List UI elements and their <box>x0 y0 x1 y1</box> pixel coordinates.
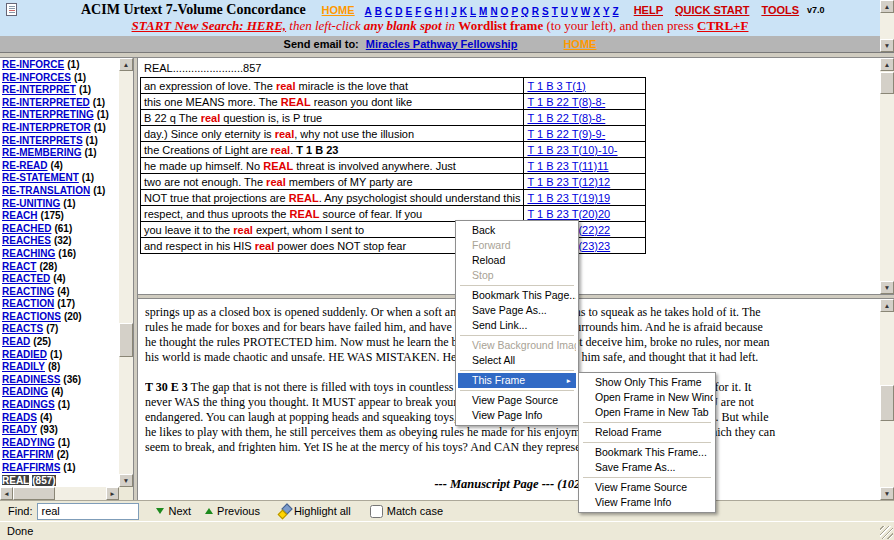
submenu-item[interactable] <box>583 442 711 443</box>
reference-link[interactable]: T 1 B 23 T(10)-10- <box>527 144 617 156</box>
wordlist-item[interactable]: RE-MEMBERING(1) <box>2 147 119 160</box>
wordlist-item[interactable]: REAL(857) <box>2 475 119 487</box>
word-link[interactable]: REACTING <box>2 286 54 297</box>
wordlist-item[interactable]: READILY(8) <box>2 361 119 374</box>
wordlist-item[interactable]: REACTION(17) <box>2 298 119 311</box>
reference-link[interactable]: T 1 B 23 T(11)11 <box>527 160 608 172</box>
find-next-button[interactable]: Next <box>151 503 196 519</box>
word-link[interactable]: READY <box>2 424 37 435</box>
alphabet-letter-link[interactable]: C <box>385 6 392 17</box>
reference-link[interactable]: T 1 B 3 T(1) <box>527 80 585 92</box>
context-menu-item[interactable]: Send Link... <box>458 318 576 333</box>
context-menu-item[interactable]: View Background Image <box>458 338 576 353</box>
word-link[interactable]: READYING <box>2 437 55 448</box>
alphabet-letter-link[interactable]: P <box>511 6 518 17</box>
context-menu-item[interactable]: View Page Source <box>458 393 576 408</box>
alphabet-letter-link[interactable]: E <box>406 6 413 17</box>
context-menu-item[interactable]: Save Page As... <box>458 303 576 318</box>
word-link[interactable]: REAFFIRM <box>2 449 54 460</box>
wordlist-item[interactable]: RE-INFORCE(1) <box>2 59 119 72</box>
word-link[interactable]: RE-INFORCE <box>2 59 64 70</box>
scroll-up-icon[interactable]: ▲ <box>880 58 894 71</box>
submenu-item[interactable] <box>583 477 711 478</box>
wordlist-item[interactable]: RE-INTERPRET(1) <box>2 84 119 97</box>
word-link[interactable]: RE-STATEMENT <box>2 172 79 183</box>
submenu-item[interactable]: Bookmark This Frame... <box>581 445 713 460</box>
wordlist-item[interactable]: REAFFIRMS(1) <box>2 462 119 475</box>
context-menu-item[interactable]: Bookmark This Page... <box>458 288 576 303</box>
wordlist-item[interactable]: REACT(28) <box>2 261 119 274</box>
submenu-item[interactable]: View Frame Source <box>581 480 713 495</box>
wordlist-item[interactable]: READIED(1) <box>2 349 119 362</box>
wordlist-item[interactable]: REACHING(16) <box>2 248 119 261</box>
find-previous-button[interactable]: Previous <box>200 503 265 519</box>
wordlist-item[interactable]: READS(4) <box>2 412 119 425</box>
find-input[interactable] <box>37 503 139 520</box>
word-link[interactable]: READINESS <box>2 374 60 385</box>
email-home-link[interactable]: HOME <box>563 38 596 50</box>
wordlist-item[interactable]: READINESS(36) <box>2 374 119 387</box>
word-link[interactable]: REACTED <box>2 273 50 284</box>
wordlist-item[interactable]: RE-STATEMENT(1) <box>2 172 119 185</box>
wordlist-item[interactable]: RE-READ(4) <box>2 160 119 173</box>
wordlist-item[interactable]: RE-INTERPRETS(1) <box>2 135 119 148</box>
scroll-down-icon[interactable]: ▼ <box>880 487 894 500</box>
wordlist-item[interactable]: RE-INTERPRETOR(1) <box>2 122 119 135</box>
alphabet-letter-link[interactable]: J <box>451 6 457 17</box>
submenu-item[interactable]: Reload Frame <box>581 425 713 440</box>
scrollbar-thumb[interactable] <box>119 323 133 357</box>
tools-link[interactable]: TOOLS <box>761 4 799 16</box>
reference-link[interactable]: T 1 B 23 T(20)20 <box>527 208 610 220</box>
alphabet-letter-link[interactable]: D <box>395 6 402 17</box>
word-link[interactable]: RE-UNITING <box>2 198 60 209</box>
context-menu-item[interactable] <box>460 335 574 336</box>
wordlist-item[interactable]: REACTED(4) <box>2 273 119 286</box>
word-link[interactable]: REACH <box>2 210 38 221</box>
context-menu-item[interactable]: Forward <box>458 238 576 253</box>
word-link[interactable]: READILY <box>2 361 45 372</box>
wordlist-item[interactable]: READY(93) <box>2 424 119 437</box>
alphabet-letter-link[interactable]: F <box>415 6 421 17</box>
scrollbar-thumb[interactable] <box>880 385 894 421</box>
context-menu-item[interactable]: This Frame► <box>458 373 576 388</box>
context-menu-item[interactable]: Back <box>458 223 576 238</box>
context-menu-item[interactable] <box>460 370 574 371</box>
word-link[interactable]: RE-INTERPRETOR <box>2 122 91 133</box>
alphabet-letter-link[interactable]: Z <box>613 6 619 17</box>
wordlist-item[interactable]: REACHES(32) <box>2 235 119 248</box>
context-menu-item[interactable] <box>460 285 574 286</box>
submenu-item[interactable]: Open Frame in New Window <box>581 390 713 405</box>
word-link[interactable]: RE-TRANSLATION <box>2 185 90 196</box>
wordlist-item[interactable]: READYING(1) <box>2 437 119 450</box>
wordlist-item[interactable]: READ(25) <box>2 336 119 349</box>
wordlist-item[interactable]: REACHED(61) <box>2 223 119 236</box>
word-link[interactable]: READIED <box>2 349 47 360</box>
resize-grip-icon[interactable] <box>880 526 893 539</box>
alphabet-letter-link[interactable]: X <box>593 6 600 17</box>
word-link[interactable]: REACHED <box>2 223 51 234</box>
scroll-down-icon[interactable]: ▼ <box>880 281 894 294</box>
alphabet-letter-link[interactable]: R <box>532 6 539 17</box>
reference-link[interactable]: T 1 B 22 T(8)-8- <box>527 96 605 108</box>
word-link[interactable]: REACT <box>2 261 36 272</box>
wordlist-item[interactable]: READING(4) <box>2 386 119 399</box>
wordlist-item[interactable]: REAFFIRM(2) <box>2 449 119 462</box>
alphabet-letter-link[interactable]: L <box>470 6 476 17</box>
alphabet-letter-link[interactable]: U <box>561 6 568 17</box>
submenu-item[interactable] <box>583 422 711 423</box>
alphabet-letter-link[interactable]: I <box>445 6 448 17</box>
wordlist-item[interactable]: REACH(175) <box>2 210 119 223</box>
wordlist-item[interactable]: RE-INTERPRETING(1) <box>2 109 119 122</box>
alphabet-letter-link[interactable]: O <box>501 6 509 17</box>
word-link[interactable]: RE-INTERPRET <box>2 84 76 95</box>
alphabet-letter-link[interactable]: A <box>365 6 372 17</box>
context-menu-item[interactable]: View Page Info <box>458 408 576 423</box>
header-scrollbar[interactable]: ▲ ▼ <box>880 0 894 52</box>
scroll-left-icon[interactable]: ◄ <box>0 487 13 500</box>
word-link[interactable]: RE-INTERPRETS <box>2 135 83 146</box>
results-vertical-scrollbar[interactable]: ▲ ▼ <box>880 58 894 294</box>
alphabet-letter-link[interactable]: B <box>375 6 382 17</box>
wordlist-vertical-scrollbar[interactable]: ▲ ▼ <box>119 58 133 487</box>
scrollbar-thumb[interactable] <box>13 487 55 500</box>
word-link[interactable]: REACTIONS <box>2 311 61 322</box>
